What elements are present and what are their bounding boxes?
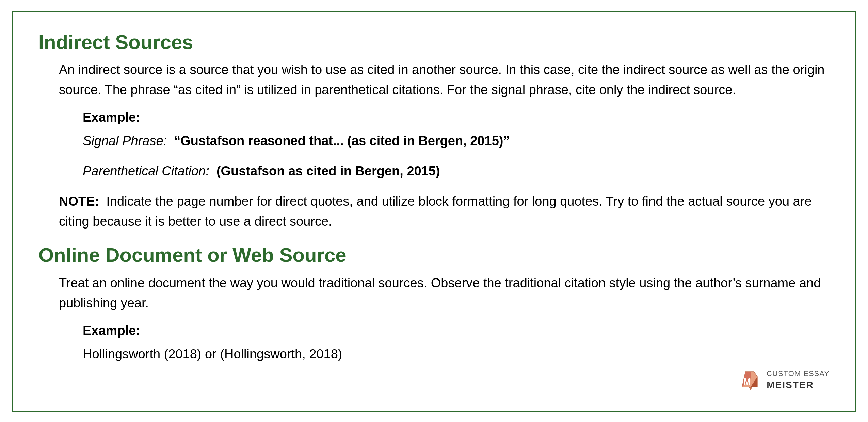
indirect-sources-title: Indirect Sources (38, 30, 830, 54)
online-source-section: Online Document or Web Source Treat an o… (38, 243, 830, 364)
online-example-block: Example: Hollingsworth (2018) or (Hollin… (83, 323, 830, 364)
note-body: Indicate the page number for direct quot… (59, 194, 812, 229)
parenthetical-line: Parenthetical Citation: (Gustafson as ci… (83, 161, 830, 181)
indirect-sources-section: Indirect Sources An indirect source is a… (38, 30, 830, 232)
watermark-text-block: CUSTOM ESSAY MEISTER (767, 369, 830, 391)
watermark-brand: MEISTER (767, 379, 830, 391)
parenthetical-text: (Gustafson as cited in Bergen, 2015) (216, 164, 440, 178)
svg-text:M: M (743, 376, 751, 387)
note-block: NOTE: Indicate the page number for direc… (59, 191, 830, 232)
signal-phrase-text: “Gustafson reasoned that... (as cited in… (174, 134, 510, 148)
note-text: NOTE: Indicate the page number for direc… (59, 191, 830, 232)
watermark-custom: CUSTOM ESSAY (767, 369, 830, 379)
svg-marker-4 (749, 387, 752, 390)
online-source-title: Online Document or Web Source (38, 243, 830, 267)
watermark-logo: M (739, 368, 762, 392)
online-example-label: Example: (83, 323, 830, 338)
page-container: Indirect Sources An indirect source is a… (12, 11, 856, 412)
indirect-sources-description: An indirect source is a source that you … (59, 60, 830, 100)
signal-phrase-line: Signal Phrase: “Gustafson reasoned that.… (83, 131, 830, 151)
online-example-text: Hollingsworth (2018) or (Hollingsworth, … (83, 344, 830, 364)
signal-phrase-label: Signal Phrase: (83, 134, 167, 148)
watermark: M CUSTOM ESSAY MEISTER (739, 368, 830, 392)
note-keyword: NOTE: (59, 194, 99, 208)
indirect-example-block: Example: Signal Phrase: “Gustafson reaso… (83, 110, 830, 181)
parenthetical-label: Parenthetical Citation: (83, 164, 209, 178)
online-source-description: Treat an online document the way you wou… (59, 273, 830, 313)
indirect-example-label: Example: (83, 110, 830, 125)
